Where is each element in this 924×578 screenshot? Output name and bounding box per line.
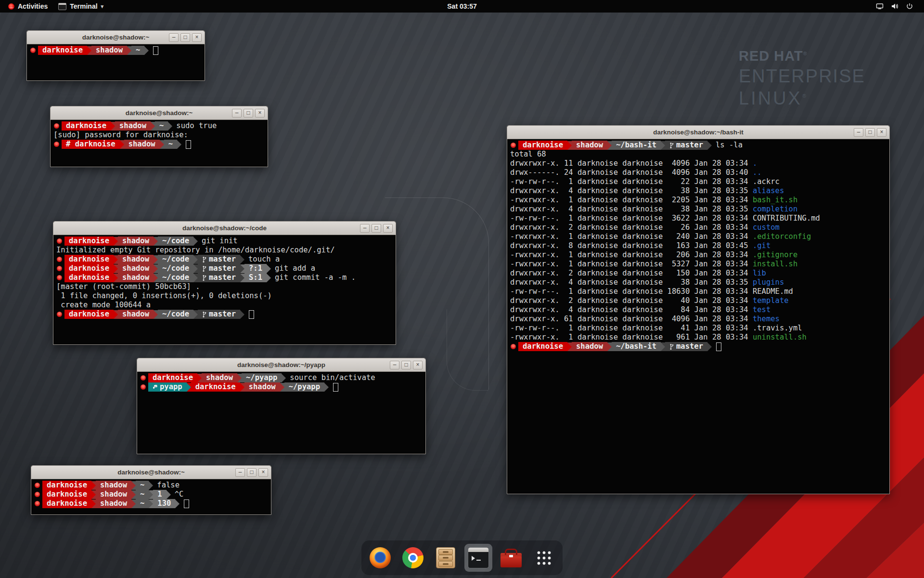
- window-titlebar[interactable]: darknoise@shadow:~/bash-it–□×: [507, 126, 889, 139]
- window-controls: –□×: [360, 224, 396, 233]
- powerline-separator: [193, 237, 198, 246]
- close-button[interactable]: ×: [383, 224, 393, 233]
- powerline-separator: [127, 46, 131, 55]
- terminal-prompt-line: darknoiseshadow~/bash-itmaster: [510, 342, 889, 351]
- prompt-segment-host: shadow: [572, 141, 607, 150]
- powerline-separator: [282, 374, 286, 382]
- minimize-button[interactable]: –: [232, 109, 242, 118]
- maximize-button[interactable]: □: [244, 109, 253, 118]
- prompt-segment-git: master: [665, 141, 707, 150]
- terminal-content[interactable]: darknoiseshadow~/pyappsource bin/activat…: [137, 372, 425, 392]
- minimize-button[interactable]: –: [854, 128, 863, 137]
- dock-item-toolbox[interactable]: [497, 544, 525, 572]
- close-button[interactable]: ×: [413, 361, 423, 369]
- minimize-button[interactable]: –: [169, 33, 179, 42]
- terminal-output-line: drwxrwxr-x. 61 darknoise darknoise 4096 …: [510, 315, 889, 324]
- prompt-segment-user: darknoise: [64, 310, 114, 319]
- window-titlebar[interactable]: darknoise@shadow:~/code–□×: [53, 222, 396, 235]
- window-controls: –□×: [390, 361, 425, 369]
- window-titlebar[interactable]: darknoise@shadow:~–□×: [31, 466, 271, 479]
- redhat-prompt-icon: [141, 384, 146, 390]
- close-button[interactable]: ×: [192, 33, 202, 42]
- prompt-segment-host: shadow: [118, 273, 154, 282]
- dock-item-firefox[interactable]: [366, 544, 394, 572]
- terminal-prompt-line: darknoiseshadow~sudo true: [53, 121, 268, 131]
- maximize-button[interactable]: □: [865, 128, 875, 137]
- terminal-window[interactable]: darknoise@shadow:~/bash-it–□×darknoisesh…: [507, 125, 890, 494]
- powerline-separator: [114, 255, 118, 264]
- terminal-content[interactable]: darknoiseshadow~sudo true[sudo] password…: [51, 120, 268, 149]
- terminal-app-icon: [468, 547, 489, 568]
- volume-icon[interactable]: [891, 2, 898, 10]
- window-controls: –□×: [169, 33, 205, 42]
- clock[interactable]: Sat 03:57: [447, 2, 476, 10]
- prompt-segment-user: darknoise: [38, 46, 87, 55]
- powerline-separator: [114, 237, 118, 246]
- maximize-button[interactable]: □: [401, 361, 411, 369]
- terminal-content[interactable]: darknoiseshadow~falsedarknoiseshadow~1^C…: [31, 479, 271, 508]
- display-icon[interactable]: [876, 2, 884, 10]
- terminal-content[interactable]: darknoiseshadow~: [27, 44, 205, 55]
- powerline-separator: [149, 490, 153, 499]
- prompt-segment-git: master: [665, 342, 707, 351]
- powerline-separator: [114, 264, 118, 273]
- prompt-segment-user: darknoise: [62, 121, 111, 131]
- powerline-separator: [567, 342, 572, 351]
- prompt-segment-user: darknoise: [42, 490, 91, 499]
- powerline-separator: [144, 46, 149, 55]
- terminal-output-line: drwxrwxr-x. 11 darknoise darknoise 4096 …: [510, 159, 889, 168]
- window-titlebar[interactable]: darknoise@shadow:~–□×: [51, 106, 268, 120]
- window-titlebar[interactable]: darknoise@shadow:~/pyapp–□×: [137, 358, 425, 372]
- close-button[interactable]: ×: [255, 109, 265, 118]
- prompt-segment-host: shadow: [124, 140, 160, 149]
- powerline-separator: [193, 274, 198, 282]
- dock-item-terminal[interactable]: [464, 544, 492, 572]
- powerline-separator: [149, 481, 153, 490]
- maximize-button[interactable]: □: [372, 224, 381, 233]
- chrome-hub: [408, 553, 418, 563]
- app-menu[interactable]: Terminal ▾: [53, 0, 109, 13]
- prompt-segment-host: shadow: [118, 236, 154, 246]
- redhat-prompt-icon: [57, 312, 62, 317]
- prompt-segment-host: shadow: [118, 264, 154, 273]
- firefox-icon: [370, 547, 391, 568]
- desktop: RED HAT® ENTERPRISE LINUX® darknoise@sha…: [0, 0, 924, 578]
- dock-item-show-apps[interactable]: [530, 544, 558, 572]
- redhat-prompt-icon: [54, 142, 59, 147]
- close-button[interactable]: ×: [258, 468, 268, 477]
- terminal-window[interactable]: darknoise@shadow:~–□×darknoiseshadow~fal…: [31, 465, 271, 515]
- dock-item-chrome[interactable]: [399, 544, 427, 572]
- minimize-button[interactable]: –: [360, 224, 370, 233]
- git-branch-icon: [202, 311, 207, 318]
- activities-button[interactable]: Activities: [3, 0, 53, 13]
- prompt-segment-path: ~/code: [158, 273, 193, 282]
- terminal-window[interactable]: darknoise@shadow:~/pyapp–□×darknoiseshad…: [137, 358, 426, 454]
- prompt-segment-host: shadow: [202, 373, 237, 382]
- window-titlebar[interactable]: darknoise@shadow:~–□×: [27, 31, 205, 44]
- minimize-button[interactable]: –: [390, 361, 399, 369]
- maximize-button[interactable]: □: [180, 33, 190, 42]
- prompt-segment-path: ~: [136, 499, 149, 508]
- window-controls: –□×: [232, 109, 268, 118]
- command-text: touch a: [244, 255, 280, 264]
- dock-item-files[interactable]: [432, 544, 460, 572]
- terminal-output-line: -rwxrwxr-x. 1 darknoise darknoise 206 Ja…: [510, 250, 889, 260]
- maximize-button[interactable]: □: [247, 468, 257, 477]
- window-controls: –□×: [235, 468, 271, 477]
- terminal-output-line: -rwxrwxr-x. 1 darknoise darknoise 2205 J…: [510, 196, 889, 205]
- powerline-separator: [267, 264, 271, 273]
- prompt-segment-path: ~: [164, 140, 177, 149]
- command-text: ls -la: [712, 141, 743, 150]
- powerline-separator: [240, 383, 244, 392]
- terminal-window[interactable]: darknoise@shadow:~/code–□×darknoiseshado…: [53, 221, 396, 345]
- terminal-content[interactable]: darknoiseshadow~/codegit initInitialized…: [53, 235, 396, 319]
- files-icon: [436, 547, 455, 568]
- terminal-window[interactable]: darknoise@shadow:~–□×darknoiseshadow~: [26, 30, 205, 81]
- prompt-segment-path: ~/code: [158, 264, 193, 273]
- terminal-window[interactable]: darknoise@shadow:~–□×darknoiseshadow~sud…: [50, 106, 268, 167]
- terminal-content[interactable]: darknoiseshadow~/bash-itmasterls -latota…: [507, 139, 889, 351]
- minimize-button[interactable]: –: [235, 468, 245, 477]
- prompt-segment-host: shadow: [96, 499, 131, 508]
- close-button[interactable]: ×: [877, 128, 886, 137]
- power-icon[interactable]: [906, 2, 913, 10]
